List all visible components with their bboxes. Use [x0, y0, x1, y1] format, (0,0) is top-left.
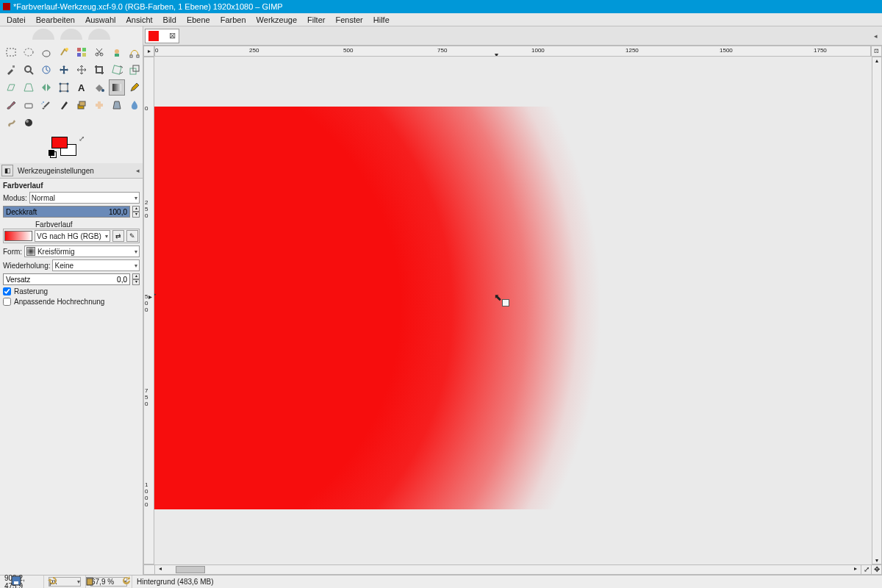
ruler-horizontal[interactable]: 0 250 500 750 1000 1250 1500 1750 ▾	[154, 46, 871, 57]
tool-perspective-clone[interactable]	[109, 97, 125, 113]
tool-rotate[interactable]	[109, 62, 125, 78]
canvas[interactable]: ▸ ⬉	[154, 57, 872, 564]
restore-options-icon[interactable]	[47, 575, 59, 587]
mode-combo[interactable]: Normal▾	[29, 192, 140, 204]
tool-options-title: Farbverlauf	[3, 182, 140, 190]
tool-scale[interactable]	[126, 62, 143, 78]
tool-cage[interactable]	[56, 79, 72, 96]
tool-flip[interactable]	[38, 79, 54, 96]
tool-text[interactable]: A	[74, 79, 90, 96]
tool-paths[interactable]	[126, 44, 143, 60]
menu-bearbeiten[interactable]: Bearbeiten	[31, 15, 80, 24]
save-options-icon[interactable]	[10, 575, 22, 587]
tool-ellipse-select[interactable]	[21, 44, 37, 60]
tool-perspective[interactable]	[21, 79, 37, 96]
tool-heal[interactable]	[91, 97, 107, 113]
opacity-spinner[interactable]: ▴▾	[132, 206, 140, 218]
menu-auswahl[interactable]: Auswahl	[80, 15, 121, 24]
tool-move[interactable]	[56, 62, 72, 78]
tool-ink[interactable]	[56, 97, 72, 113]
menu-ebene[interactable]: Ebene	[182, 15, 215, 24]
menu-fenster[interactable]: Fenster	[330, 15, 368, 24]
menu-farben[interactable]: Farben	[215, 15, 251, 24]
quickmask-corner[interactable]: ⊡	[871, 46, 882, 57]
svg-rect-31	[25, 104, 32, 108]
offset-spinner[interactable]: ▴▾	[132, 273, 140, 285]
tool-align[interactable]	[74, 62, 90, 78]
gradient-edit-icon[interactable]: ✎	[126, 230, 138, 242]
toolbox-panel: A ⤢ ◧ Werkzeugeinstellun	[0, 26, 143, 575]
tool-options-tab-icon[interactable]: ◧	[1, 165, 13, 176]
tool-fuzzy-select[interactable]	[56, 44, 72, 60]
tool-crop[interactable]	[91, 62, 107, 78]
reset-options-icon[interactable]	[121, 575, 132, 587]
svg-point-25	[67, 83, 69, 85]
menu-werkzeuge[interactable]: Werkzeuge	[251, 15, 302, 24]
tool-blur[interactable]	[126, 97, 143, 113]
tool-blend[interactable]	[109, 79, 125, 96]
repeat-combo[interactable]: Keine▾	[52, 259, 140, 271]
menu-bar[interactable]: Datei Bearbeiten Auswahl Ansicht Bild Eb…	[0, 13, 882, 26]
tool-shear[interactable]	[3, 79, 19, 96]
tool-foreground-select[interactable]	[109, 44, 125, 60]
tabs-menu-icon[interactable]: ◂	[874, 32, 878, 40]
gradient-preview[interactable]	[4, 231, 32, 241]
tool-eraser[interactable]	[21, 97, 37, 113]
close-tab-icon[interactable]: ⊠	[169, 31, 176, 40]
tool-free-select[interactable]	[38, 44, 54, 60]
scrollbar-vertical[interactable]: ▴▾	[872, 57, 882, 564]
shape-combo[interactable]: Kreisförmig▾	[24, 245, 140, 257]
tool-airbrush[interactable]	[38, 97, 54, 113]
svg-point-33	[41, 103, 42, 104]
tool-bucket-fill[interactable]	[91, 79, 107, 96]
tool-dodge-burn[interactable]	[21, 115, 37, 131]
dithering-check[interactable]: Rasterung	[3, 287, 140, 295]
panel-expand-icon[interactable]: ▸	[154, 290, 157, 298]
menu-filter[interactable]: Filter	[302, 15, 330, 24]
svg-point-38	[25, 119, 32, 126]
tool-scissors[interactable]	[91, 44, 107, 60]
menu-datei[interactable]: Datei	[1, 15, 31, 24]
scrollbar-horizontal[interactable]: ◂ ▸ ⤢ ✥	[143, 564, 882, 575]
menu-bild[interactable]: Bild	[158, 15, 182, 24]
repeat-label: Wiederholung:	[3, 262, 50, 270]
ruler-corner[interactable]: ▸	[143, 46, 154, 57]
tool-options-menu-icon[interactable]: ◂	[136, 167, 140, 174]
svg-point-26	[60, 90, 62, 93]
tool-options-tab-label[interactable]: Werkzeugeinstellungen	[15, 165, 97, 176]
gradient-reverse-icon[interactable]: ⇄	[112, 230, 124, 242]
tool-pencil[interactable]	[126, 79, 143, 96]
zoom-fit-icon[interactable]: ⤢	[861, 565, 871, 576]
tool-rect-select[interactable]	[3, 44, 19, 60]
tool-smudge[interactable]	[3, 115, 19, 131]
menu-hilfe[interactable]: Hilfe	[368, 15, 395, 24]
supersample-check[interactable]: Anpassende Hochrechnung	[3, 298, 140, 306]
navigate-icon[interactable]: ✥	[871, 565, 881, 576]
default-colors-icon[interactable]	[50, 151, 57, 158]
document-tab[interactable]: ⊠	[145, 29, 179, 43]
opacity-slider[interactable]: Deckkraft 100,0	[3, 206, 130, 218]
tool-paintbrush[interactable]	[3, 97, 19, 113]
toolbox: A	[0, 41, 143, 132]
menu-ansicht[interactable]: Ansicht	[121, 15, 157, 24]
swap-colors-icon[interactable]: ⤢	[79, 135, 85, 143]
svg-rect-43	[86, 577, 93, 578]
tool-options-tab-bar: ◧ Werkzeugeinstellungen ◂	[0, 163, 143, 179]
svg-rect-4	[82, 48, 86, 51]
tool-color-picker[interactable]	[3, 62, 19, 78]
tool-by-color-select[interactable]	[74, 44, 90, 60]
tool-measure[interactable]	[38, 62, 54, 78]
fg-color-swatch[interactable]	[51, 137, 68, 148]
offset-slider[interactable]: Versatz 0,0	[3, 273, 130, 285]
tool-zoom[interactable]	[21, 62, 37, 78]
app-icon	[3, 3, 10, 10]
svg-point-9	[115, 49, 119, 54]
quickmask-toggle-icon[interactable]	[144, 565, 155, 574]
delete-options-icon[interactable]	[84, 575, 96, 587]
ruler-vertical[interactable]: 0 2 5 0 5 0 0 7 5 0 1 0 0 0 ▸	[143, 57, 154, 564]
mode-label: Modus:	[3, 194, 27, 202]
svg-text:A: A	[78, 82, 85, 93]
svg-point-2	[65, 48, 68, 51]
tool-clone[interactable]	[74, 97, 90, 113]
gradient-combo[interactable]: VG nach HG (RGB)▾	[35, 230, 110, 242]
